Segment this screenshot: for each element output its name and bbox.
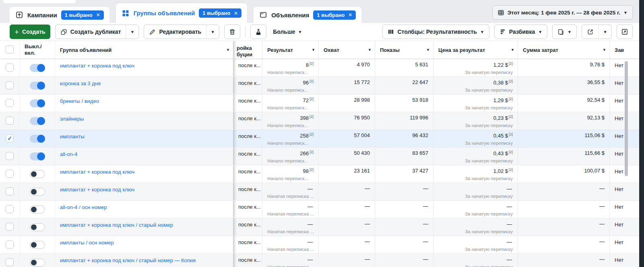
export-dropdown-button[interactable]: ▼	[599, 25, 611, 39]
row-toggle[interactable]	[19, 218, 55, 236]
ends-cell: Нет	[609, 77, 639, 94]
columns-button[interactable]: Столбцы: Результативность ▼	[382, 25, 489, 39]
row-checkbox[interactable]	[0, 59, 19, 76]
row-checkbox[interactable]	[0, 112, 19, 129]
duplicate-dropdown-button[interactable]: ▼	[126, 25, 138, 39]
calendar-icon	[497, 9, 504, 16]
selected-count-badge[interactable]: 1 выбрано ✕	[199, 8, 242, 18]
row-checkbox[interactable]: ✓	[0, 130, 19, 147]
column-header-ends[interactable]: Зав	[609, 41, 639, 59]
tab-campaigns[interactable]: Кампании 1 выбрано ✕	[10, 7, 109, 23]
copy-icon	[60, 29, 67, 35]
edit-button[interactable]: Редактировать	[144, 25, 206, 39]
result-cell: — Начатая переписка ...	[262, 201, 318, 218]
row-toggle[interactable]	[19, 59, 55, 76]
ab-test-button[interactable]	[250, 25, 266, 39]
row-checkbox[interactable]	[0, 165, 19, 183]
tab-ad-sets[interactable]: Группы объявлений 1 выбрано ✕	[116, 3, 247, 23]
more-button[interactable]: Больше ▼	[271, 29, 303, 35]
column-header-adset-name[interactable]: Группа объявлений▼	[55, 41, 233, 59]
row-toggle[interactable]	[19, 94, 55, 112]
attribution-cell: после к...	[233, 112, 262, 129]
adset-name-link[interactable]: импланты / осн номер	[60, 240, 114, 246]
row-toggle[interactable]	[19, 201, 55, 218]
column-header-amount-spent[interactable]: Сумма затрат▼	[518, 41, 609, 59]
tab-ads[interactable]: Объявления 1 выбрано ✕	[254, 7, 361, 23]
edit-dropdown-button[interactable]: ▼	[206, 25, 219, 39]
row-toggle[interactable]	[19, 130, 55, 147]
reach-cell: 50 430	[318, 148, 375, 165]
row-toggle[interactable]	[19, 77, 55, 94]
vertical-scrollbar[interactable]	[625, 61, 628, 176]
row-toggle[interactable]	[19, 148, 55, 165]
export-button[interactable]	[582, 25, 599, 39]
charts-button[interactable]	[617, 25, 633, 39]
table-row: имплантат + коронка под ключ после к... …	[0, 183, 639, 201]
row-checkbox[interactable]	[0, 254, 19, 267]
table-header: Выкл./вкл. Группа объявлений▼ ройкабуции…	[0, 41, 639, 59]
cost-per-result-cell: 0,45 $[2] За начатую переписку	[433, 130, 518, 147]
adset-name-link[interactable]: имплантат + коронка под ключ	[60, 187, 134, 193]
adset-name-link[interactable]: имплантат + коронка под ключ	[60, 169, 134, 175]
table-row: all-on-4 после к... 266[2] Начало перепи…	[0, 148, 639, 165]
row-toggle[interactable]	[19, 165, 55, 183]
adset-name-link[interactable]: имплантат + коронка под ключ / старый но…	[60, 222, 173, 228]
column-header-impressions[interactable]: Показы▼	[375, 41, 433, 59]
duplicate-button[interactable]: Создать дубликат	[56, 25, 126, 39]
adset-name-link[interactable]: элайнеры	[60, 116, 84, 122]
export-icon	[587, 29, 594, 35]
table-body: имплантат + коронка под ключ после к... …	[0, 59, 639, 267]
reports-button[interactable]: ▼	[552, 25, 577, 39]
clear-selection-icon[interactable]: ✕	[348, 12, 352, 18]
row-checkbox[interactable]	[0, 94, 19, 112]
column-header-cost-per-result[interactable]: Цена за результат▼	[433, 41, 518, 59]
row-toggle[interactable]	[19, 236, 55, 253]
cost-per-result-cell: — За начатую переписку	[433, 236, 518, 253]
impressions-cell: 37 427	[375, 165, 433, 183]
amount-spent-cell: —	[518, 183, 609, 200]
column-header-reach[interactable]: Охват▼	[318, 41, 375, 59]
adset-name-link[interactable]: коронка за 3 дня	[60, 80, 101, 86]
ends-cell: Нет	[609, 254, 639, 267]
row-checkbox[interactable]	[0, 236, 19, 253]
adset-name-link[interactable]: all-on-4	[60, 151, 77, 157]
row-checkbox[interactable]	[0, 218, 19, 236]
breakdown-button[interactable]: Разбивка ▼	[494, 25, 547, 39]
column-header-attribution[interactable]: ройкабуции	[233, 41, 262, 59]
select-all-checkbox[interactable]	[0, 41, 19, 59]
clear-selection-icon[interactable]: ✕	[96, 12, 100, 18]
cost-per-result-cell: 0,38 $[2] За начатую переписку	[433, 77, 518, 94]
clear-selection-icon[interactable]: ✕	[234, 10, 238, 16]
impressions-cell: —	[375, 183, 433, 200]
amount-spent-cell: —	[518, 201, 609, 218]
create-button[interactable]: + Создать	[10, 25, 50, 39]
row-checkbox[interactable]	[0, 77, 19, 94]
sort-icon: ▼	[426, 48, 430, 52]
adset-name-link[interactable]: all-on-4 / осн номер	[60, 204, 107, 210]
selected-count-badge[interactable]: 1 выбрано ✕	[313, 10, 356, 20]
duplicate-split-button: Создать дубликат ▼	[55, 25, 139, 39]
cost-per-result-cell: 0,23 $[2] За начатую переписку	[433, 112, 518, 129]
adset-name-link[interactable]: имплантат + коронка под ключ	[60, 63, 134, 69]
row-toggle[interactable]	[19, 254, 55, 267]
ends-cell: Нет	[609, 201, 639, 218]
row-toggle[interactable]	[19, 183, 55, 200]
row-checkbox[interactable]	[0, 183, 19, 200]
sort-icon: ▼	[226, 48, 230, 52]
delete-button[interactable]	[224, 25, 240, 39]
column-header-result[interactable]: Результат▼	[262, 41, 318, 59]
adset-name-cell: имплантат + коронка под ключ	[55, 183, 233, 200]
row-checkbox[interactable]	[0, 201, 19, 218]
adset-name-cell: имплантат + коронка под ключ	[55, 59, 233, 76]
adset-name-link[interactable]: импланты	[60, 134, 85, 140]
chevron-down-icon: ▼	[538, 30, 542, 34]
adset-name-link[interactable]: брекеты / видео	[60, 98, 99, 104]
actions-toolbar: + Создать Создать дубликат ▼ Редактирова…	[0, 23, 639, 41]
selected-count-badge[interactable]: 1 выбрано ✕	[61, 10, 104, 20]
row-toggle[interactable]	[19, 112, 55, 129]
cost-per-result-cell: — За начатую переписку	[433, 218, 518, 236]
impressions-cell: —	[375, 254, 433, 267]
date-range-picker[interactable]: Этот месяц: 1 фев 2025 г. — 28 фев 2025 …	[492, 5, 633, 20]
adset-name-link[interactable]: имплантат + коронка под ключ / старый но…	[60, 257, 196, 263]
row-checkbox[interactable]	[0, 148, 19, 165]
